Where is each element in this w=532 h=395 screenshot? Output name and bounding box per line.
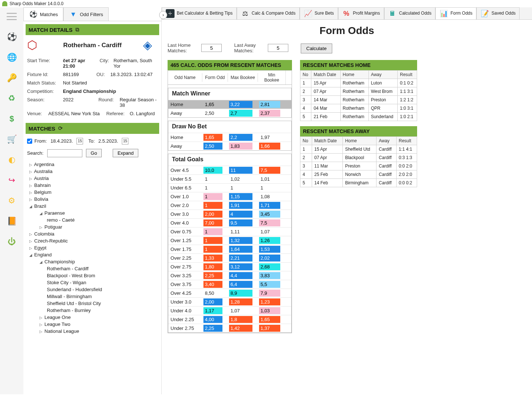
gear-icon[interactable]: ⚙ — [6, 195, 17, 206]
tree-leaf[interactable]: remo - Caeté — [43, 217, 158, 223]
tree-node[interactable]: ▷ Czech-Republic — [27, 237, 158, 244]
expand-button[interactable]: Expand — [113, 149, 138, 157]
reload-icon[interactable]: ⟳ — [58, 125, 63, 132]
odds-row[interactable]: Under 4.0 1,17 1,07 1,03 — [168, 306, 291, 315]
tree-node[interactable]: ◢ England — [27, 251, 158, 258]
odds-row[interactable]: Over 1.25 1 1,32 1,26 — [168, 236, 291, 245]
col-home[interactable]: Home — [340, 71, 368, 79]
odds-row[interactable]: Home 1,65 3,22 2,81 — [168, 100, 291, 109]
tree-node[interactable]: ▷ Egypt — [27, 244, 158, 251]
to-date[interactable]: 2.5.2023. — [97, 138, 120, 144]
odds-row[interactable]: Over 1.0 1 1,15 1,08 — [168, 192, 291, 201]
tree-leaf[interactable]: Stoke City - Wigan — [43, 279, 158, 286]
odds-row[interactable]: Over 3.75 3,40 6,4 5,5 — [168, 280, 291, 289]
tab-form-odds[interactable]: 📊Form Odds — [435, 7, 476, 19]
odds-row[interactable]: Under 2.75 2,25 1,42 1,37 — [168, 324, 291, 332]
globe-icon[interactable]: 🌐 — [6, 52, 17, 63]
tree-node[interactable]: ▷ Bahrain — [27, 182, 158, 189]
table-row[interactable]: 311 MarPrestonCardiff0:0 2:0 — [300, 162, 417, 170]
date-enable-checkbox[interactable] — [27, 139, 32, 144]
tree-node[interactable]: ▷ Argentina — [27, 161, 158, 168]
col-home[interactable]: Home — [343, 137, 376, 145]
tree-leaf[interactable]: Millwall - Birmingham — [43, 293, 158, 300]
ball-icon[interactable]: ⚽ — [6, 31, 17, 42]
table-row[interactable]: 207 AprRotherhamWest Brom1:1 3:1 — [300, 87, 417, 96]
odds-row[interactable]: Under 5.5 1 1,02 1,01 — [168, 174, 291, 183]
search-input[interactable] — [47, 149, 82, 157]
tab-bet-calculator[interactable]: ÷Bet Calculator & Betting Tips — [162, 7, 237, 19]
odds-row[interactable]: Over 1.75 1 1,64 1,53 — [168, 245, 291, 253]
tab-calc-compare[interactable]: ⚖Calc & Compare Odds — [237, 7, 300, 19]
odds-row[interactable]: Over 2.0 1 1,91 1,71 — [168, 201, 291, 210]
tree-node[interactable]: ◢ Championship — [35, 258, 158, 265]
odds-row[interactable]: Under 6.5 1 1 1 — [168, 183, 291, 192]
refresh-icon[interactable]: ♻ — [6, 93, 17, 104]
table-row[interactable]: 115 AprRotherhamLuton0:1 0:2 — [300, 79, 417, 87]
odds-row[interactable]: Over 2.75 1,80 3,12 2,68 — [168, 262, 291, 271]
odds-row[interactable]: Over 3.0 2,00 4 3,45 — [168, 210, 291, 218]
table-row[interactable]: 115 AprSheffield UtdCardiff1:1 4:1 — [300, 145, 417, 154]
col-result[interactable]: Result — [397, 71, 417, 79]
odds-row[interactable]: Over 4.25 8,50 8,9 7,9 — [168, 289, 291, 297]
tab-matches[interactable]: ⚽ Matches — [23, 7, 63, 21]
odds-row[interactable]: Over 3.25 2,25 4,4 3,83 — [168, 271, 291, 280]
col-away[interactable]: Away — [368, 71, 397, 79]
keys-icon[interactable]: 🔑 — [6, 72, 17, 83]
col-odd-name[interactable]: Odd Name — [168, 73, 202, 82]
table-row[interactable]: 514 FebBirminghamCardiff0:0 0:2 — [300, 179, 417, 187]
share-icon[interactable]: ↪ — [6, 175, 17, 186]
calendar-to-icon[interactable]: 15 — [122, 138, 128, 144]
tree-leaf[interactable]: Sheffield Utd - Bristol City — [43, 300, 158, 307]
col-result[interactable]: Result — [396, 137, 417, 145]
col-date[interactable]: Match Date — [312, 137, 343, 145]
odds-row[interactable]: Over 0.75 1 1,11 1,07 — [168, 227, 291, 236]
table-row[interactable]: 521 FebRotherhamSunderland1:0 2:1 — [300, 113, 417, 121]
tree-node[interactable]: ▷ National League — [35, 328, 158, 335]
odds-row[interactable]: Away 2,50 1,83 1,66 — [168, 142, 291, 150]
tree-node[interactable]: ▷ Bolivia — [27, 196, 158, 203]
odds-row[interactable]: Over 4.0 7,00 9,5 7,5 — [168, 218, 291, 227]
col-form-odd[interactable]: Form Odd — [202, 73, 228, 82]
tree-leaf[interactable]: Blackpool - West Brom — [43, 272, 158, 279]
tab-saved-odds[interactable]: 📝Saved Odds — [476, 7, 520, 19]
tree-node[interactable]: ▷ Colombia — [27, 230, 158, 237]
col-away[interactable]: Away — [376, 137, 396, 145]
calculate-button[interactable]: Calculate — [301, 44, 332, 53]
power-icon[interactable]: ⏻ — [6, 236, 17, 247]
tree-leaf[interactable]: Rotherham - Burnley — [43, 307, 158, 314]
table-row[interactable]: 404 MarRotherhamQPR1:0 3:1 — [300, 104, 417, 113]
tree-node[interactable]: ▷ League Two — [35, 321, 158, 328]
help-icon[interactable]: 📙 — [6, 216, 17, 227]
tab-calculated-odds[interactable]: 🖩Calculated Odds — [384, 7, 436, 19]
go-button[interactable]: Go — [86, 149, 102, 157]
tree-leaf[interactable]: Sunderland - Huddersfield — [43, 286, 158, 293]
tab-sure-bets[interactable]: 📈Sure Bets — [300, 7, 338, 19]
from-date[interactable]: 18.4.2023. — [49, 138, 74, 144]
dollar-icon[interactable]: $ — [6, 113, 17, 124]
col-max-bookee[interactable]: Max Bookee — [228, 73, 258, 82]
tree-node[interactable]: ◢ Brazil — [27, 203, 158, 210]
tree-node[interactable]: ◢ Paraense — [35, 210, 158, 217]
gauge-icon[interactable]: ◐ — [6, 154, 17, 165]
tab-profit-margins[interactable]: %Profit Margins — [338, 7, 384, 19]
col-no[interactable]: No — [300, 71, 311, 79]
country-tree[interactable]: ▷ Argentina▷ Australia▷ Austria▷ Bahrain… — [23, 159, 161, 394]
col-no[interactable]: No — [300, 137, 312, 145]
odds-row[interactable]: Under 3.0 2,00 1,28 1,23 — [168, 297, 291, 306]
copy-icon[interactable]: ⧉ — [75, 26, 79, 33]
odds-row[interactable]: Over 4.5 10,0 11 7,5 — [168, 166, 291, 174]
odds-row[interactable]: Over 2.25 1,33 2,21 2,02 — [168, 253, 291, 262]
collapse-panel-icon[interactable]: › — [159, 11, 167, 19]
tree-node[interactable]: ▷ Australia — [27, 168, 158, 175]
col-min-bookee[interactable]: Min Bookee — [258, 71, 286, 84]
tree-node[interactable]: ▷ League One — [35, 314, 158, 321]
table-row[interactable]: 425 FebNorwichCardiff2:0 2:0 — [300, 170, 417, 179]
odds-row[interactable]: Under 2.25 4,00 1,8 1,65 — [168, 315, 291, 324]
tree-node[interactable]: ▷ Belgium — [27, 189, 158, 196]
odds-row[interactable]: Away 2,50 2,7 2,37 — [168, 109, 291, 117]
tree-leaf[interactable]: Rotherham - Cardiff — [43, 265, 158, 272]
last-home-input[interactable] — [201, 44, 222, 52]
col-date[interactable]: Match Date — [311, 71, 340, 79]
odds-row[interactable]: Home 1,65 2,2 1,97 — [168, 133, 291, 142]
calendar-from-icon[interactable]: 15 — [76, 138, 83, 144]
